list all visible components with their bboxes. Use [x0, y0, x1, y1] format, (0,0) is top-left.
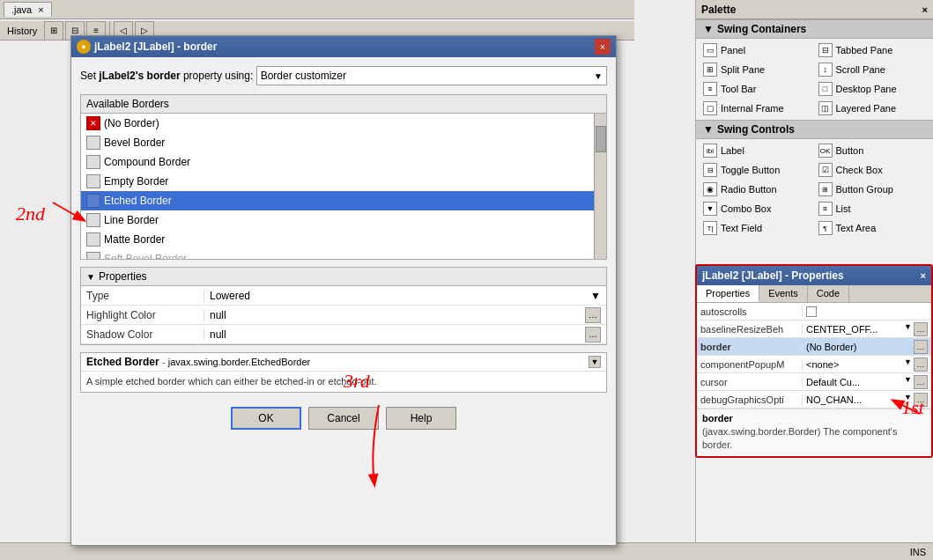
palette-item-internal-frame[interactable]: ▢ Internal Frame [700, 99, 815, 118]
component-popup-dots-button[interactable]: … [914, 357, 928, 372]
palette-item-button[interactable]: OK Button [815, 141, 930, 160]
jlabel2-properties-panel: jLabel2 [JLabel] - Properties × Properti… [695, 264, 933, 458]
bevel-label: Bevel Border [104, 136, 165, 149]
shadow-dots-button[interactable]: … [585, 327, 601, 343]
border-item-line[interactable]: Line Border [81, 210, 594, 230]
etched-icon [86, 194, 100, 208]
tab-label: .java [11, 4, 32, 15]
borders-list[interactable]: ✕ (No Border) Bevel Border Compound Bord… [81, 114, 606, 259]
baseline-arrow-icon[interactable]: ▼ [904, 322, 912, 336]
palette-item-text-area[interactable]: ¶ Text Area [815, 218, 930, 238]
palette-item-list[interactable]: ≡ List [815, 199, 930, 218]
autoscrolls-checkbox-icon[interactable] [806, 306, 817, 317]
highlight-row: Highlight Color null … [81, 306, 606, 325]
ok-button[interactable]: OK [231, 407, 301, 430]
cursor-dots-button[interactable]: … [914, 375, 928, 389]
description-title-label: Etched Border [86, 356, 159, 368]
border-item-etched[interactable]: Etched Border [81, 191, 594, 210]
swing-controls-header[interactable]: ▼ Swing Controls [696, 120, 933, 139]
debug-dots-button[interactable]: … [914, 393, 928, 407]
check-box-icon: ☑ [818, 163, 833, 177]
no-border-label: (No Border) [104, 117, 159, 129]
tab-events[interactable]: Events [759, 285, 808, 302]
palette-item-panel[interactable]: ▭ Panel [700, 41, 815, 60]
border-prop-value: (No Border) … [803, 340, 931, 354]
toolbar-btn-1[interactable]: ⊞ [44, 21, 63, 41]
baseline-row: baselineResizeBeh CENTER_OFF... ▼ … [697, 321, 931, 338]
compound-icon [86, 155, 100, 169]
matte-label: Matte Border [104, 233, 165, 246]
border-item-no-border[interactable]: ✕ (No Border) [81, 114, 594, 133]
type-value-cell[interactable]: Lowered ▼ [204, 290, 606, 302]
palette-item-check-box[interactable]: ☑ Check Box [815, 160, 930, 180]
swing-controls-label: Swing Controls [717, 123, 795, 136]
toggle-button-label: Toggle Button [721, 165, 780, 175]
border-customizer-select[interactable]: Border customizer ▼ [256, 66, 607, 85]
palette-item-scroll-pane[interactable]: ↕ Scroll Pane [815, 60, 930, 79]
java-tab[interactable]: .java × [4, 2, 52, 17]
palette-item-layered-pane[interactable]: ◫ Layered Pane [815, 99, 930, 118]
panel-icon: ▭ [703, 43, 717, 57]
palette-item-desktop-pane[interactable]: □ Desktop Pane [815, 79, 930, 99]
tab-close-icon[interactable]: × [38, 4, 43, 15]
component-popup-arrow-icon[interactable]: ▼ [904, 357, 912, 372]
palette-item-toggle-button[interactable]: ⊟ Toggle Button [700, 160, 815, 180]
button-label: Button [836, 145, 864, 156]
line-icon [86, 213, 100, 227]
expand-icon: ▼ [86, 272, 95, 282]
type-select[interactable]: Lowered ▼ [210, 290, 601, 302]
border-properties-panel: ▼ Properties Type Lowered ▼ Highlight Co… [80, 267, 607, 345]
border-item-soft[interactable]: Soft Bevel Border [81, 249, 594, 259]
palette-close-icon[interactable]: × [922, 4, 928, 15]
tab-code[interactable]: Code [808, 285, 849, 302]
borders-scrollbar[interactable] [594, 114, 606, 259]
layered-pane-icon: ◫ [818, 101, 833, 115]
debug-row: debugGraphicsOpti NO_CHAN... ▼ … [697, 391, 931, 409]
radio-button-label: Radio Button [721, 184, 777, 195]
border-item-matte[interactable]: Matte Border [81, 230, 594, 249]
border-prop-text: (No Border) [806, 342, 856, 352]
border-row: border (No Border) … [697, 338, 931, 356]
autoscrolls-value[interactable] [803, 306, 931, 317]
border-properties-title: ▼ Properties [81, 268, 606, 286]
dialog-title: jLabel2 [JLabel] - border [94, 41, 217, 53]
radio-button-icon: ◉ [703, 182, 717, 196]
tab-properties[interactable]: Properties [697, 285, 759, 302]
debug-arrow-icon[interactable]: ▼ [904, 393, 912, 407]
highlight-value: null [210, 309, 226, 321]
palette-item-radio-button[interactable]: ◉ Radio Button [700, 180, 815, 199]
border-prop-dots-button[interactable]: … [914, 340, 928, 354]
props-right-close-icon[interactable]: × [921, 270, 926, 281]
available-borders-title: Available Borders [81, 95, 606, 114]
props-right-table: autoscrolls baselineResizeBeh CENTER_OFF… [697, 303, 931, 409]
highlight-dots-button[interactable]: … [585, 307, 601, 323]
border-item-compound[interactable]: Compound Border [81, 152, 594, 172]
type-label: Type [81, 290, 204, 302]
description-text: A simple etched border which can either … [81, 372, 606, 392]
dialog-close-button[interactable]: × [595, 39, 611, 55]
palette-item-button-group[interactable]: ⊞ Button Group [815, 180, 930, 199]
palette-item-split-pane[interactable]: ⊞ Split Pane [700, 60, 815, 79]
description-area: Etched Border - javax.swing.border.Etche… [80, 352, 607, 393]
baseline-dots-button[interactable]: … [914, 322, 928, 336]
help-button[interactable]: Help [386, 407, 456, 430]
border-item-bevel[interactable]: Bevel Border [81, 133, 594, 152]
props-right-title: jLabel2 [JLabel] - Properties [702, 269, 844, 282]
palette-item-combo-box[interactable]: ▼ Combo Box [700, 199, 815, 218]
cancel-button[interactable]: Cancel [308, 407, 379, 430]
palette-item-tool-bar[interactable]: ≡ Tool Bar [700, 79, 815, 99]
description-scroll-button[interactable]: ▼ [589, 356, 601, 368]
swing-containers-label: Swing Containers [717, 23, 806, 35]
component-popup-value: <none> ▼ … [803, 357, 931, 372]
cursor-arrow-icon[interactable]: ▼ [904, 375, 912, 389]
border-item-empty[interactable]: Empty Border [81, 172, 594, 191]
desktop-pane-icon: □ [818, 82, 833, 96]
description-subtitle-label: javax.swing.border.EtchedBorder [168, 357, 310, 367]
palette-item-tabbed-pane[interactable]: ⊟ Tabbed Pane [815, 41, 930, 60]
swing-containers-header[interactable]: ▼ Swing Containers [696, 19, 933, 39]
text-area-icon: ¶ [818, 221, 833, 235]
palette-item-label[interactable]: lbl Label [700, 141, 815, 160]
palette-item-text-field[interactable]: T| Text Field [700, 218, 815, 238]
toolbar-sep-1 [109, 21, 110, 37]
empty-icon [86, 174, 100, 188]
